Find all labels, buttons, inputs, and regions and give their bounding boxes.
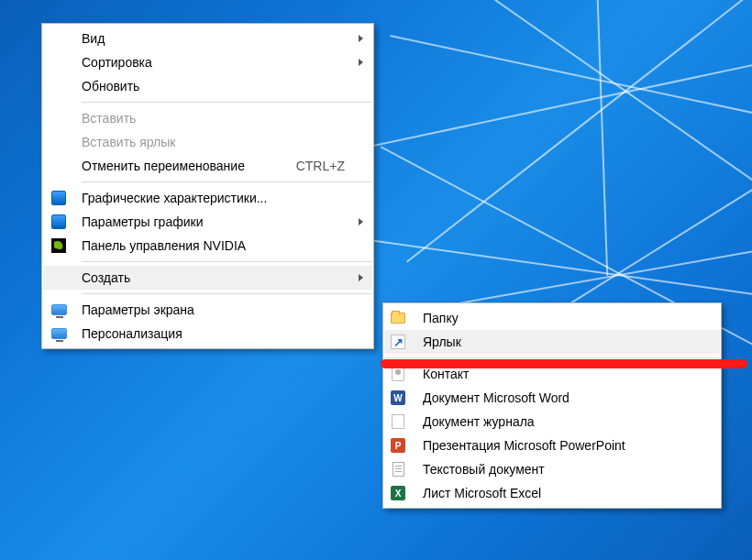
menu-item-nvidia-control-panel[interactable]: Панель управления NVIDIA xyxy=(43,234,372,258)
menu-label: Папку xyxy=(423,311,692,325)
menu-label: Лист Microsoft Excel xyxy=(423,486,692,500)
menu-item-personalize[interactable]: Персонализация xyxy=(43,322,372,346)
chevron-right-icon xyxy=(359,218,363,225)
desktop-context-menu: Вид Сортировка Обновить Вставить Вставит… xyxy=(41,23,374,349)
menu-item-new[interactable]: Создать xyxy=(43,266,372,290)
monitor-icon xyxy=(50,325,67,342)
menu-label: Отменить переименование xyxy=(82,159,278,173)
menu-separator xyxy=(385,357,719,358)
submenu-item-word-document[interactable]: W Документ Microsoft Word xyxy=(384,386,720,410)
menu-label: Персонализация xyxy=(82,326,345,341)
menu-label: Контакт xyxy=(423,367,692,381)
menu-label: Презентация Microsoft PowerPoint xyxy=(423,438,692,453)
menu-item-sort[interactable]: Сортировка xyxy=(43,50,372,74)
chevron-right-icon xyxy=(359,35,363,42)
submenu-item-excel-sheet[interactable]: X Лист Microsoft Excel xyxy=(384,481,720,505)
menu-item-paste-shortcut: Вставить ярлык xyxy=(43,130,372,154)
submenu-item-shortcut[interactable]: ↗ Ярлык xyxy=(384,330,720,354)
annotation-highlight xyxy=(381,359,747,368)
menu-label: Вставить ярлык xyxy=(82,135,345,149)
menu-separator xyxy=(82,293,371,294)
menu-label: Сортировка xyxy=(82,55,345,70)
submenu-item-folder[interactable]: Папку xyxy=(384,306,720,330)
menu-separator xyxy=(82,261,371,262)
shortcut-icon: ↗ xyxy=(390,334,406,350)
menu-item-intel-graphics-properties[interactable]: Графические характеристики... xyxy=(43,186,372,210)
menu-item-undo-rename[interactable]: Отменить переименование CTRL+Z xyxy=(43,154,372,178)
journal-icon xyxy=(390,413,406,430)
menu-label: Ярлык xyxy=(423,335,692,349)
chevron-right-icon xyxy=(359,274,363,281)
menu-label: Вид xyxy=(82,31,345,46)
text-file-icon xyxy=(390,461,406,478)
menu-label: Текстовый документ xyxy=(423,462,692,477)
menu-item-paste: Вставить xyxy=(43,106,372,130)
menu-label: Обновить xyxy=(82,79,345,93)
intel-graphics-icon xyxy=(50,214,67,230)
folder-icon xyxy=(390,310,406,326)
menu-label: Документ журнала xyxy=(423,414,692,429)
menu-separator xyxy=(82,102,371,103)
new-submenu: Папку ↗ Ярлык Контакт W Документ Microso… xyxy=(382,302,722,509)
submenu-item-text-document[interactable]: Текстовый документ xyxy=(384,457,720,481)
submenu-item-powerpoint-presentation[interactable]: P Презентация Microsoft PowerPoint xyxy=(384,434,720,457)
submenu-item-journal-document[interactable]: Документ журнала xyxy=(384,410,720,434)
excel-icon: X xyxy=(390,485,406,501)
menu-separator xyxy=(82,181,371,182)
menu-label: Документ Microsoft Word xyxy=(423,390,692,405)
menu-item-display-settings[interactable]: Параметры экрана xyxy=(43,298,372,322)
menu-label: Вставить xyxy=(82,111,345,126)
menu-label: Графические характеристики... xyxy=(82,191,345,205)
menu-label: Панель управления NVIDIA xyxy=(82,238,345,253)
menu-item-intel-graphics-options[interactable]: Параметры графики xyxy=(43,210,372,234)
menu-label: Параметры графики xyxy=(82,214,345,229)
nvidia-icon xyxy=(50,237,67,254)
chevron-right-icon xyxy=(359,59,363,66)
intel-graphics-icon xyxy=(50,190,67,206)
word-icon: W xyxy=(390,390,406,406)
powerpoint-icon: P xyxy=(390,437,406,454)
menu-item-view[interactable]: Вид xyxy=(43,27,372,50)
monitor-icon xyxy=(50,302,67,318)
menu-shortcut: CTRL+Z xyxy=(296,159,345,173)
menu-item-refresh[interactable]: Обновить xyxy=(43,74,372,98)
menu-label: Создать xyxy=(82,270,345,285)
menu-label: Параметры экрана xyxy=(82,302,345,317)
